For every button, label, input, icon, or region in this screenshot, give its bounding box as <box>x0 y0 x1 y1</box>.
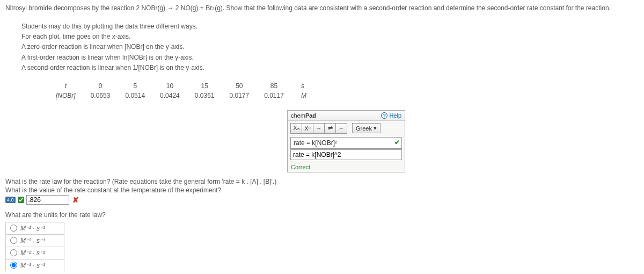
superscript-button[interactable]: Xⁿ <box>302 123 313 134</box>
hint-line: For each plot, time goes on the x-axis. <box>21 32 639 42</box>
chempad-widget: chemPad ? Help Xₙ Xⁿ → ⇌ ← Greek ▾ rate … <box>287 110 405 172</box>
units-option-3[interactable]: M⁻² · s⁻² <box>5 247 64 259</box>
greek-label: Greek <box>356 125 372 132</box>
table-cell: 85 <box>257 81 291 91</box>
table-cell: 0 <box>83 81 118 91</box>
data-table: t 0 5 10 15 50 85 s [NOBr] 0.0653 0.0514… <box>48 81 639 100</box>
table-cell: 10 <box>152 81 187 91</box>
chempad-header: chemPad ? Help <box>288 111 405 121</box>
help-label: Help <box>389 112 401 119</box>
table-unit-conc: M <box>291 91 314 100</box>
x-mark-icon: ✘ <box>72 196 79 204</box>
question-units: What are the units for the rate law? <box>5 211 639 219</box>
units-radio-3[interactable] <box>10 249 17 256</box>
points-badge: 4.0 <box>5 197 16 203</box>
table-cell: 0.0177 <box>222 91 257 100</box>
table-row-label-conc: [NOBr] <box>48 91 83 100</box>
units-label-4: M⁻¹ · s⁻¹ <box>20 262 45 269</box>
units-label-3: M⁻² · s⁻² <box>20 249 45 257</box>
units-label-1: M⁻² · s⁻¹ <box>20 225 45 232</box>
table-cell: 0.0424 <box>152 91 187 100</box>
rate-constant-input[interactable] <box>26 195 69 205</box>
units-option-1[interactable]: M⁻² · s⁻¹ <box>5 222 64 234</box>
units-label-2: M⁻³ · s⁻¹ <box>20 237 45 244</box>
problem-statement: Nitrosyl bromide decomposes by the react… <box>5 4 639 12</box>
table-cell: 0.0117 <box>257 91 291 100</box>
chevron-down-icon: ▾ <box>374 125 377 132</box>
arrow-forward-button[interactable]: → <box>313 123 325 134</box>
check-icon: ✔ <box>394 139 400 146</box>
points-checkbox[interactable] <box>18 197 24 203</box>
hints-block: Students may do this by plotting the dat… <box>21 21 639 73</box>
arrow-equilibrium-button[interactable]: ⇌ <box>324 123 336 134</box>
chempad-title-plain: chem <box>291 112 305 119</box>
table-cell: 0.0361 <box>187 91 222 100</box>
subscript-button[interactable]: Xₙ <box>290 123 302 134</box>
chempad-status: Correct. <box>288 162 405 172</box>
chempad-input[interactable] <box>290 149 402 160</box>
help-icon: ? <box>381 112 387 119</box>
units-radio-4[interactable] <box>10 262 17 269</box>
units-radio-2[interactable] <box>10 237 17 244</box>
hint-line: Students may do this by plotting the dat… <box>21 21 639 32</box>
units-option-4[interactable]: M⁻¹ · s⁻¹ <box>5 259 64 271</box>
chempad-display-text: rate = k[NOBr]² <box>294 139 337 147</box>
table-cell: 50 <box>222 81 257 91</box>
units-radio-1[interactable] <box>10 225 17 232</box>
greek-button[interactable]: Greek ▾ <box>352 123 380 133</box>
table-row-label-time: t <box>48 81 83 91</box>
units-option-2[interactable]: M⁻³ · s⁻¹ <box>5 234 64 247</box>
chempad-title: chemPad <box>291 112 316 119</box>
table-cell: 15 <box>187 81 222 91</box>
table-cell: 0.0653 <box>83 91 118 100</box>
chempad-display: rate = k[NOBr]² ✔ <box>290 137 402 149</box>
units-radio-group: M⁻² · s⁻¹ M⁻³ · s⁻¹ M⁻² · s⁻² M⁻¹ · s⁻¹ … <box>5 222 639 274</box>
question-rate-constant: What is the value of the rate constant a… <box>5 186 639 194</box>
arrow-back-button[interactable]: ← <box>335 123 347 134</box>
chempad-toolbar: Xₙ Xⁿ → ⇌ ← Greek ▾ <box>288 121 405 136</box>
table-cell: 0.0514 <box>118 91 152 100</box>
table-unit-time: s <box>291 81 314 91</box>
question-rate-law: What is the rate law for the reaction? (… <box>5 178 639 185</box>
hint-line: A first-order reaction is linear when ln… <box>21 53 639 63</box>
units-correct-indicator: ✔ <box>5 271 64 274</box>
rate-constant-answer-row: 4.0 ✘ <box>5 195 639 205</box>
hint-line: A second-order reaction is linear when 1… <box>21 63 639 73</box>
table-cell: 5 <box>118 81 152 91</box>
hint-line: A zero-order reaction is linear when [NO… <box>21 42 639 52</box>
help-link[interactable]: ? Help <box>381 112 401 119</box>
chempad-title-bold: Pad <box>305 112 316 119</box>
